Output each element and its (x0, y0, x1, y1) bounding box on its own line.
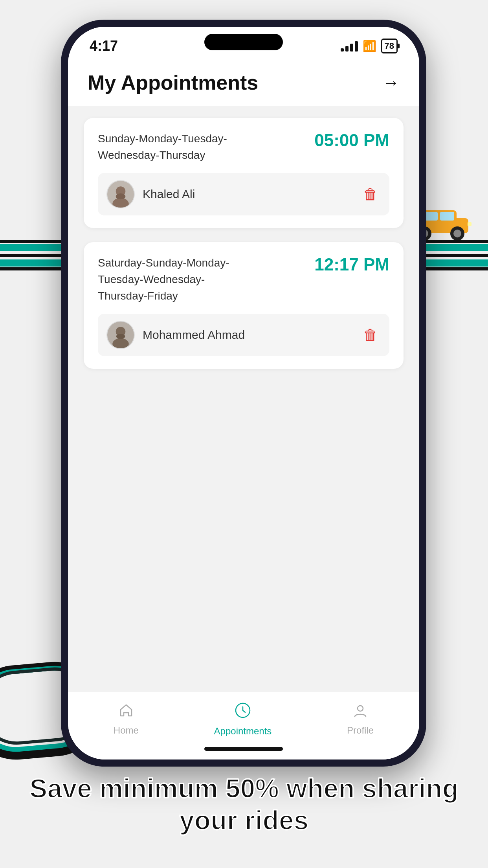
delete-button-1[interactable]: 🗑 (360, 184, 381, 204)
signal-bars (341, 40, 358, 51)
nav-label-appointments: Appointments (214, 726, 272, 737)
app-header: My Appointments → (68, 59, 419, 106)
app-content: My Appointments → Sunday-Monday-Tuesday-… (68, 59, 419, 760)
appointment-card-2: Saturday-Sunday-Monday-Tuesday-Wednesday… (84, 242, 404, 369)
person-info-2: Mohammed Ahmad (106, 321, 245, 349)
background: + 4:17 📶 78 (0, 0, 488, 868)
home-bar (204, 747, 283, 751)
trash-icon-1: 🗑 (363, 186, 378, 203)
signal-bar-1 (341, 48, 344, 51)
bottom-nav: Home Appointments (68, 692, 419, 743)
svg-rect-8 (468, 222, 471, 226)
phone-frame: 4:17 📶 78 My (61, 20, 426, 767)
navigate-arrow-icon[interactable]: → (382, 73, 400, 92)
phone-screen: 4:17 📶 78 My (68, 27, 419, 760)
promo-text: Save minimum 50% when sharing your rides (0, 772, 488, 837)
profile-icon (352, 702, 368, 722)
appointment-days-1: Sunday-Monday-Tuesday-Wednesday-Thursday (98, 131, 227, 164)
svg-point-17 (116, 334, 125, 339)
avatar-1 (106, 180, 135, 208)
signal-bar-2 (345, 46, 349, 51)
nav-label-profile: Profile (347, 725, 374, 736)
status-bar: 4:17 📶 78 (68, 27, 419, 59)
person-name-1: Khaled Ali (143, 188, 195, 201)
appointments-list: Sunday-Monday-Tuesday-Wednesday-Thursday… (68, 106, 419, 692)
person-row-1: Khaled Ali 🗑 (98, 173, 389, 215)
svg-point-7 (453, 230, 461, 237)
status-time: 4:17 (90, 38, 118, 54)
delete-button-2[interactable]: 🗑 (360, 325, 381, 345)
wifi-icon: 📶 (363, 40, 376, 53)
appointment-days-2: Saturday-Sunday-Monday-Tuesday-Wednesday… (98, 255, 229, 304)
card-header-1: Sunday-Monday-Tuesday-Wednesday-Thursday… (98, 131, 389, 164)
home-icon (118, 702, 134, 722)
status-icons: 📶 78 (341, 39, 398, 53)
svg-point-16 (112, 338, 129, 349)
signal-bar-3 (350, 44, 353, 51)
home-indicator (68, 743, 419, 760)
nav-item-home[interactable]: Home (114, 702, 139, 736)
nav-label-home: Home (114, 725, 139, 736)
battery-level: 78 (385, 41, 394, 51)
battery-indicator: 78 (381, 39, 398, 53)
svg-point-13 (116, 193, 126, 199)
nav-item-appointments[interactable]: Appointments (214, 702, 272, 737)
appointments-icon (234, 702, 251, 723)
card-header-2: Saturday-Sunday-Monday-Tuesday-Wednesday… (98, 255, 389, 304)
dynamic-island (204, 34, 283, 50)
nav-item-profile[interactable]: Profile (347, 702, 374, 736)
avatar-2 (106, 321, 135, 349)
person-row-2: Mohammed Ahmad 🗑 (98, 314, 389, 356)
signal-bar-4 (355, 41, 358, 51)
page-title: My Appointments (88, 71, 258, 94)
appointment-time-1: 05:00 PM (314, 131, 389, 150)
person-info-1: Khaled Ali (106, 180, 195, 208)
svg-rect-3 (440, 212, 454, 221)
appointment-time-2: 12:17 PM (314, 255, 389, 274)
svg-point-19 (358, 706, 363, 711)
trash-icon-2: 🗑 (363, 327, 378, 344)
person-name-2: Mohammed Ahmad (143, 328, 245, 342)
appointment-card-1: Sunday-Monday-Tuesday-Wednesday-Thursday… (84, 118, 404, 228)
